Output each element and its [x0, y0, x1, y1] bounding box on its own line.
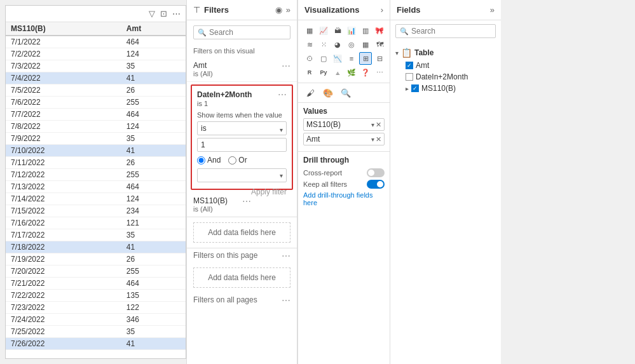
datein2month-checkbox[interactable]	[406, 73, 413, 81]
viz-python-icon[interactable]: Py	[317, 66, 330, 79]
viz-waterfall-icon[interactable]: ≋	[303, 38, 316, 51]
col-header-amt[interactable]: Amt	[121, 22, 186, 36]
viz-table-icon[interactable]: ⊞	[359, 52, 372, 65]
table-row[interactable]: 7/1/2022464	[6, 36, 186, 48]
filters-search-input[interactable]	[209, 28, 297, 37]
chip-ms110b-remove[interactable]: ✕	[376, 121, 381, 129]
add-data-fields-page[interactable]: Add data fields here	[193, 267, 290, 288]
viz-ribbon-chart-icon[interactable]: 🎀	[373, 24, 386, 37]
table-row[interactable]: 7/10/202241	[6, 145, 186, 157]
tree-item-ms110b[interactable]: ▸ ✓ MS110(B)	[390, 83, 501, 94]
viz-donut-icon[interactable]: ◎	[345, 38, 358, 51]
table-row[interactable]: 7/25/202235	[6, 326, 186, 338]
table-row[interactable]: 7/8/2022124	[6, 121, 186, 133]
tree-item-amt[interactable]: ✓ Amt	[390, 60, 501, 71]
filters-search-box[interactable]: 🔍	[193, 25, 290, 39]
value-chip-ms110b[interactable]: MS110(B) ▾ ✕	[303, 118, 385, 131]
or-radio[interactable]	[228, 156, 236, 165]
and-radio[interactable]	[197, 156, 205, 165]
add-data-fields-visual[interactable]: Add data fields here	[193, 222, 290, 243]
keep-filters-toggle[interactable]	[367, 180, 385, 189]
datein2month-more-icon[interactable]: ⋯	[278, 90, 287, 100]
value-chip-amt[interactable]: Amt ▾ ✕	[303, 133, 385, 145]
viz-column-chart-icon[interactable]: 📊	[345, 24, 358, 37]
second-condition-dropdown[interactable]	[197, 168, 287, 182]
fields-search-box[interactable]: 🔍	[395, 24, 496, 38]
fields-expand-icon[interactable]: »	[490, 5, 495, 15]
table-row[interactable]: 7/6/2022255	[6, 97, 186, 109]
amt-filter-more[interactable]: ⋯	[282, 61, 290, 71]
viz-card-icon[interactable]: ▢	[317, 52, 330, 65]
viz-slicer-icon[interactable]: ≡	[345, 52, 358, 65]
amt-checkbox[interactable]: ✓	[406, 62, 413, 69]
filter-icon[interactable]: ▽	[147, 8, 156, 19]
table-row[interactable]: 7/12/2022255	[6, 169, 186, 181]
table-row[interactable]: 7/5/202226	[6, 84, 186, 97]
table-row[interactable]: 7/20/2022255	[6, 266, 186, 278]
viz-scatter-icon[interactable]: ⁙	[317, 38, 330, 51]
table-row[interactable]: 7/14/2022124	[6, 193, 186, 205]
chip-amt-arrow[interactable]: ▾	[371, 136, 374, 143]
table-row[interactable]: 7/2/2022124	[6, 48, 186, 60]
viz-pie-icon[interactable]: ◕	[331, 38, 344, 51]
table-row[interactable]: 7/19/202226	[6, 253, 186, 266]
table-row[interactable]: 7/9/202235	[6, 133, 186, 145]
ms110b-checkbox[interactable]: ✓	[411, 84, 419, 92]
condition-dropdown[interactable]: is is not is less than is greater than	[197, 121, 287, 135]
and-radio-label[interactable]: And	[197, 156, 221, 165]
viz-paint-icon[interactable]: 🎨	[321, 86, 335, 100]
ms110b-filter-more[interactable]: ⋯	[242, 196, 251, 206]
fields-search-input[interactable]	[411, 27, 501, 36]
all-filter-more[interactable]: ⋯	[282, 295, 290, 306]
ms110b-expand-icon[interactable]: ▸	[406, 85, 409, 92]
table-row[interactable]: 7/4/202241	[6, 72, 186, 84]
viz-more-icon[interactable]: ⋯	[373, 66, 386, 79]
or-radio-label[interactable]: Or	[228, 156, 247, 165]
table-row[interactable]: 7/7/2022464	[6, 109, 186, 121]
chip-ms110b-arrow[interactable]: ▾	[371, 121, 374, 128]
add-drill-fields[interactable]: Add drill-through fields here	[303, 191, 385, 206]
table-row[interactable]: 7/21/2022464	[6, 278, 186, 290]
cross-report-toggle[interactable]	[367, 168, 385, 177]
expand-icon[interactable]: ⊡	[159, 8, 168, 19]
viz-gauge-icon[interactable]: ⏲	[303, 52, 316, 65]
viz-qna-icon[interactable]: ❓	[359, 66, 372, 79]
table-row[interactable]: 7/23/2022122	[6, 302, 186, 314]
viz-kpi-icon[interactable]: 📉	[331, 52, 344, 65]
viz-matrix-icon[interactable]: ⊟	[373, 52, 386, 65]
apply-filter-button[interactable]: Apply filter	[251, 185, 287, 199]
filter-value-input[interactable]	[197, 138, 287, 152]
viz-area-chart-icon[interactable]: 🏔	[331, 24, 344, 37]
col-header-ms110b[interactable]: MS110(B)	[6, 22, 121, 36]
table-row[interactable]: 7/15/2022234	[6, 205, 186, 217]
table-row[interactable]: 7/22/2022135	[6, 290, 186, 302]
table-chevron-icon[interactable]: ▾	[395, 50, 399, 57]
table-row[interactable]: 7/16/2022121	[6, 217, 186, 229]
viz-expand-icon[interactable]: ›	[381, 5, 383, 15]
page-filter-more[interactable]: ⋯	[282, 251, 290, 261]
viz-line-chart-icon[interactable]: 📈	[317, 24, 330, 37]
viz-r-icon[interactable]: R	[303, 66, 316, 79]
filters-scroll[interactable]: Filters on this visual ⋯ Amt is (All) Da…	[187, 44, 297, 364]
table-row[interactable]: 7/11/202226	[6, 157, 186, 169]
table-row[interactable]: 7/26/202241	[6, 338, 186, 350]
viz-stacked-chart-icon[interactable]: ▥	[359, 24, 372, 37]
viz-bar-chart-icon[interactable]: ▦	[303, 24, 316, 37]
table-group-header[interactable]: ▾ 📋 Table	[390, 46, 501, 60]
viz-analytics-icon[interactable]: 🔍	[339, 86, 353, 100]
table-row[interactable]: 7/17/202235	[6, 229, 186, 241]
table-scroll[interactable]: MS110(B) Amt 7/1/20224647/2/20221247/3/2…	[6, 22, 186, 358]
filters-expand-icon[interactable]: »	[286, 5, 290, 15]
table-row[interactable]: 7/24/2022346	[6, 314, 186, 326]
viz-treemap-icon[interactable]: ▦	[359, 38, 372, 51]
chip-amt-remove[interactable]: ✕	[376, 135, 381, 144]
more-icon[interactable]: ⋯	[171, 8, 182, 19]
table-row[interactable]: 7/13/2022464	[6, 181, 186, 193]
amt-filter-item[interactable]: ⋯ Amt is (All)	[187, 57, 297, 82]
table-row[interactable]: 7/18/202241	[6, 241, 186, 253]
tree-item-datein2month[interactable]: DateIn+2Month	[390, 71, 501, 83]
viz-ai-icon[interactable]: ⟁	[331, 66, 344, 79]
filters-eye-icon[interactable]: ◉	[275, 5, 282, 15]
viz-format-icon[interactable]: 🖌	[303, 86, 317, 100]
viz-map-icon[interactable]: 🗺	[373, 38, 386, 51]
